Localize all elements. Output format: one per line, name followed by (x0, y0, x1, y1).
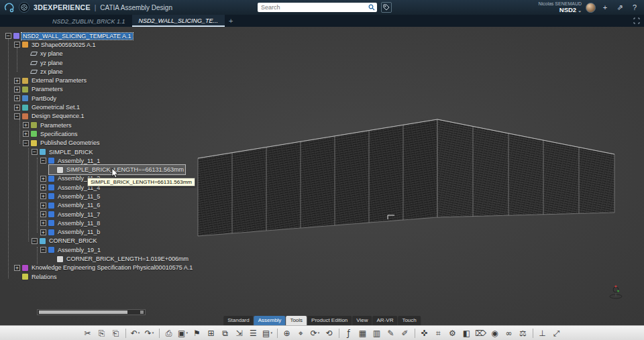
list-icon[interactable]: ☰ (247, 327, 260, 339)
tree-item-yz-plane[interactable]: yz plane (23, 58, 64, 67)
droplet-icon[interactable]: ◉ (488, 327, 502, 339)
collapse-icon[interactable]: − (40, 158, 46, 164)
weight-icon[interactable]: ⚖ (517, 327, 530, 339)
tab-nsd2-wall-slicing-te[interactable]: NSD2_WALL_SLICING_TE... (132, 15, 225, 27)
expand-icon[interactable]: + (14, 105, 20, 111)
expand-icon[interactable]: + (14, 78, 20, 84)
add-button[interactable]: + (600, 2, 610, 13)
tree-item-knowledge-engineering-specification-physic[interactable]: +Knowledge Engineering Specification Phy… (14, 264, 194, 272)
table-icon[interactable]: ▦ (356, 327, 370, 339)
tree-item-assembly-11-7[interactable]: +Assembly_11_7 (40, 210, 101, 219)
move-icon[interactable]: ⤢ (550, 327, 564, 339)
pencil-icon[interactable]: ✎ (384, 327, 398, 339)
export-icon[interactable]: ⇲ (233, 327, 246, 339)
tree-item-simple-brick[interactable]: −SIMPLE_BRICK (32, 148, 95, 156)
expand-icon[interactable]: + (40, 184, 46, 190)
display-icon[interactable]: ▣▾ (176, 327, 190, 339)
expand-icon[interactable]: + (23, 122, 29, 128)
copy-icon[interactable]: ⎘ (95, 327, 109, 339)
bookmark-icon[interactable]: ⚑ (191, 327, 204, 339)
undo-icon[interactable]: ↶▾ (129, 327, 142, 339)
expand-icon[interactable]: + (23, 131, 29, 137)
link-icon[interactable]: ∞ (502, 327, 516, 339)
collapse-icon[interactable]: − (32, 238, 38, 244)
search-icon[interactable] (368, 4, 375, 11)
ribbon-tab-touch[interactable]: Touch (398, 316, 420, 325)
refresh-icon[interactable]: ⟳▾ (309, 327, 322, 339)
cut-icon[interactable]: ✂ (81, 327, 95, 339)
tree-item-geometrical-set-1[interactable]: +Geometrical Set.1 (14, 103, 81, 111)
sync-icon[interactable]: ⟲ (323, 327, 336, 339)
expand-icon[interactable]: + (14, 87, 20, 93)
new-tab-button[interactable]: + (225, 15, 237, 27)
collapse-icon[interactable]: − (5, 33, 11, 39)
paste-icon[interactable]: ⎗ (109, 327, 123, 339)
horizontal-scrollbar[interactable] (37, 309, 146, 315)
sheet-icon[interactable]: ▥ (370, 327, 384, 339)
palette-icon[interactable]: ◧ (460, 327, 474, 339)
axis-icon[interactable]: ⊥ (536, 327, 549, 339)
formula-icon[interactable]: ƒ (342, 327, 356, 339)
measure-grid-icon[interactable]: ⌗ (432, 327, 445, 339)
expand-icon[interactable]: + (40, 220, 46, 226)
tree-item-assembly-11-b[interactable]: +Assembly_11_b (40, 228, 101, 237)
tree-item-external-parameters[interactable]: +External Parameters (14, 76, 88, 84)
collapse-icon[interactable]: − (23, 140, 29, 146)
tree-item-assembly-11-5[interactable]: +Assembly_11_5 (40, 192, 101, 201)
tree-item-specifications[interactable]: +Specifications (23, 129, 79, 138)
eraser-icon[interactable]: ⌦ (474, 327, 488, 339)
tag-icon[interactable] (381, 2, 392, 13)
avatar[interactable] (586, 3, 596, 13)
help-button[interactable]: ? (629, 2, 640, 13)
insert-icon[interactable]: ⊕ (280, 327, 294, 339)
expand-icon[interactable]: + (40, 176, 46, 182)
ribbon-tab-ar-vr[interactable]: AR-VR (373, 316, 398, 325)
brick-wall-right[interactable] (437, 119, 614, 217)
expand-icon[interactable]: + (40, 203, 46, 209)
tree-item-assembly-11-6[interactable]: +Assembly_11_6 (40, 201, 101, 210)
tree-item-nsd2-wall-slicing-template-a-1[interactable]: −NSD2_WALL_SLICING_TEMPLATE A.1 (5, 32, 133, 40)
tree-item-partbody[interactable]: +PartBody (14, 94, 58, 103)
tree-item-3d-shape00593025-a-1[interactable]: −3D Shape00593025 A.1 (14, 40, 97, 49)
scrollbar-button[interactable] (140, 310, 144, 314)
tree-item-zx-plane[interactable]: zx plane (23, 67, 64, 76)
compass-button[interactable] (19, 2, 30, 13)
ribbon-tab-view[interactable]: View (352, 316, 372, 325)
expand-icon[interactable]: + (14, 265, 20, 271)
chart-icon[interactable]: ▤▾ (261, 327, 274, 339)
window-icon[interactable]: ⧉ (219, 327, 232, 339)
ribbon-tab-tools[interactable]: Tools (286, 316, 307, 325)
expand-icon[interactable]: + (40, 211, 46, 217)
gear-icon[interactable]: ⚙ (446, 327, 460, 339)
brick-wall-left[interactable] (198, 119, 437, 236)
collapse-icon[interactable]: − (32, 149, 38, 155)
workspace-selector[interactable]: NSD2⌄ (538, 7, 582, 13)
print-icon[interactable]: ⎙ (162, 327, 176, 339)
collapse-icon[interactable]: − (14, 42, 20, 48)
measure-compass-icon[interactable]: ✜ (418, 327, 431, 339)
tree-item-assembly-11-8[interactable]: +Assembly_11_8 (40, 219, 101, 227)
tab-nsd2-zublin-brick-1-1[interactable]: NSD2_ZUBLIN_BRICK 1.1 (46, 15, 132, 27)
collapse-icon[interactable]: − (14, 113, 20, 119)
tree-item-assembly-19-1[interactable]: −Assembly_19_1 (40, 245, 102, 254)
tree-item-parameters[interactable]: +Parameters (23, 121, 73, 129)
target-icon[interactable]: ⌖ (294, 327, 308, 339)
tree-item-corner-brick-length-1-019e-006mm[interactable]: CORNER_BRICK_LENGTH=1.019E+006mm (49, 254, 190, 263)
tree-item-assembly-11-1[interactable]: −Assembly_11_1 (40, 156, 101, 165)
tree-item-corner-brick[interactable]: −CORNER_BRICK (32, 237, 99, 245)
tree-item-parameters[interactable]: +Parameters (14, 85, 64, 94)
ribbon-tab-product-edition[interactable]: Product Edition (307, 316, 352, 325)
ribbon-tab-assembly[interactable]: Assembly (254, 316, 286, 325)
share-button[interactable]: ⇗ (614, 2, 625, 13)
tree-item-xy-plane[interactable]: xy plane (23, 50, 64, 58)
viewport-3d[interactable]: −NSD2_WALL_SLICING_TEMPLATE A.1−3D Shape… (0, 27, 644, 340)
scrollbar-thumb[interactable] (39, 310, 127, 314)
tree-item-relations[interactable]: Relations (14, 272, 58, 281)
redo-icon[interactable]: ↷▾ (143, 327, 156, 339)
expand-icon[interactable]: + (40, 193, 46, 199)
maximize-icon[interactable] (633, 17, 641, 25)
expand-icon[interactable]: + (40, 229, 46, 235)
grid-icon[interactable]: ⊞ (205, 327, 218, 339)
ribbon-tab-standard[interactable]: Standard (223, 316, 253, 325)
collapse-icon[interactable]: − (40, 247, 46, 253)
